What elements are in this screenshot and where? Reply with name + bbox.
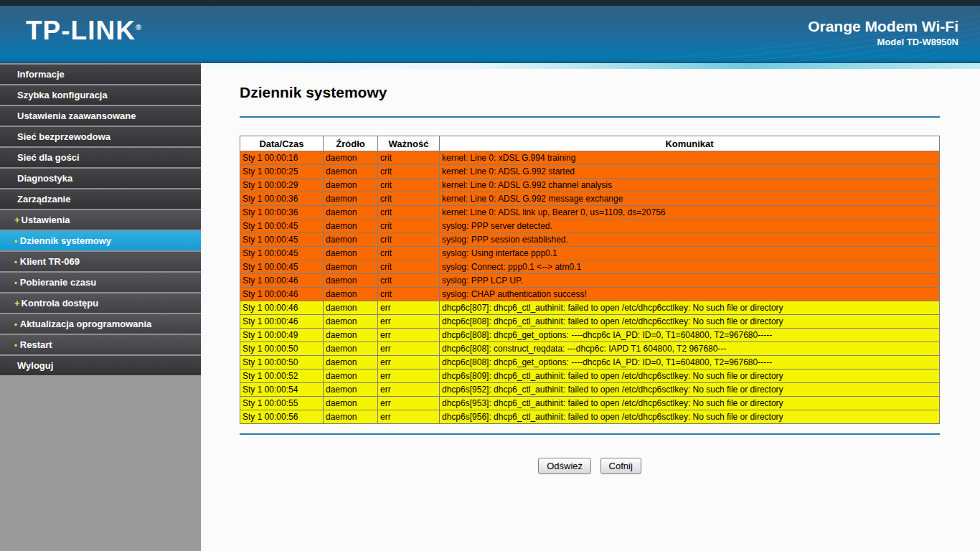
log-source-cell: daemon [324, 151, 378, 165]
divider-top [240, 116, 940, 118]
log-time-cell: Sty 1 00:00:56 [240, 410, 324, 424]
log-row: Sty 1 00:00:46daemonerrdhcp6c[808]: dhcp… [240, 315, 940, 329]
log-time-cell: Sty 1 00:00:46 [240, 288, 324, 301]
log-severity-cell: err [378, 329, 440, 342]
menu-bullet-icon: • [14, 258, 17, 266]
log-time-cell: Sty 1 00:00:46 [240, 274, 324, 288]
sidebar-item-label: Kontrola dostępu [22, 298, 99, 309]
log-row: Sty 1 00:00:16daemoncritkernel: Line 0: … [240, 151, 940, 165]
sidebar-filler [0, 375, 201, 551]
log-row: Sty 1 00:00:25daemoncritkernel: Line 0: … [240, 165, 940, 179]
sidebar-item-informacje[interactable]: Informacje [0, 63, 201, 84]
sidebar-item-ustawienia-zaawansowane[interactable]: Ustawienia zaawansowane [0, 105, 201, 126]
sidebar-item-kontrola-dost-pu[interactable]: + Kontrola dostępu [0, 292, 201, 313]
sidebar-item-aktualizacja-oprogramowania[interactable]: • Aktualizacja oprogramowania [0, 313, 201, 334]
log-time-cell: Sty 1 00:00:16 [240, 151, 324, 165]
log-row: Sty 1 00:00:45daemoncritsyslog: PPP serv… [240, 220, 940, 233]
log-severity-cell: err [378, 369, 440, 383]
log-severity-cell: err [378, 356, 440, 369]
device-brand: Orange Modem Wi-Fi Model TD-W8950N [808, 17, 958, 49]
sidebar-item-wyloguj[interactable]: Wyloguj [0, 354, 201, 375]
log-row: Sty 1 00:00:46daemoncritsyslog: CHAP aut… [240, 288, 940, 301]
log-severity-cell: crit [378, 288, 440, 301]
sidebar-item-label: Szybka konfiguracja [17, 90, 108, 100]
column-header-datetime: Data/Czas [240, 136, 324, 151]
log-row: Sty 1 00:00:46daemoncritsyslog: PPP LCP … [240, 274, 940, 288]
log-row: Sty 1 00:00:55daemonerrdhcp6s[953]: dhcp… [240, 397, 940, 410]
refresh-button[interactable]: Odśwież [538, 458, 591, 474]
column-header-message: Komunikat [440, 136, 940, 151]
sidebar-item-label: Sieć bezprzewodowa [17, 131, 110, 142]
log-time-cell: Sty 1 00:00:36 [240, 206, 324, 220]
log-time-cell: Sty 1 00:00:45 [240, 233, 324, 247]
log-time-cell: Sty 1 00:00:46 [240, 315, 324, 329]
sidebar-item-label: Ustawienia zaawansowane [17, 110, 136, 121]
log-message-cell: dhcp6c[807]: dhcp6_ctl_authinit: failed … [440, 301, 940, 315]
log-severity-cell: err [378, 301, 440, 315]
log-time-cell: Sty 1 00:00:45 [240, 247, 324, 260]
log-message-cell: syslog: CHAP authentication success! [440, 288, 940, 301]
sidebar-item-label: Diagnostyka [17, 173, 72, 184]
log-time-cell: Sty 1 00:00:45 [240, 260, 324, 274]
log-time-cell: Sty 1 00:00:49 [240, 329, 324, 342]
sidebar-item-szybka-konfiguracja[interactable]: Szybka konfiguracja [0, 84, 201, 105]
log-row: Sty 1 00:00:45daemoncritsyslog: PPP sess… [240, 233, 940, 247]
log-source-cell: daemon [324, 233, 378, 247]
sidebar-item-dziennik-systemowy[interactable]: • Dziennik systemowy [0, 230, 201, 250]
sidebar-item-label: Restart [20, 339, 52, 350]
log-time-cell: Sty 1 00:00:25 [240, 165, 324, 179]
sidebar-item-sie-bezprzewodowa[interactable]: Sieć bezprzewodowa [0, 126, 201, 146]
log-message-cell: dhcp6c[808]: dhcp6_get_options: ----dhcp… [440, 329, 940, 342]
log-source-cell: daemon [324, 274, 378, 288]
sidebar-item-label: Sieć dla gości [17, 152, 80, 163]
log-time-cell: Sty 1 00:00:50 [240, 342, 324, 356]
button-row: Odśwież Cofnij [240, 458, 940, 474]
menu-bullet-icon: • [14, 320, 17, 329]
log-source-cell: daemon [324, 301, 378, 315]
sidebar-menu: Informacje Szybka konfiguracja Ustawieni… [0, 63, 201, 551]
log-row: Sty 1 00:00:36daemoncritkernel: Line 0: … [240, 192, 940, 206]
log-severity-cell: err [378, 410, 440, 424]
log-source-cell: daemon [324, 397, 378, 410]
sidebar-item-diagnostyka[interactable]: Diagnostyka [0, 167, 201, 188]
system-log-table: Data/Czas Źródło Ważność Komunikat Sty 1… [240, 136, 940, 424]
log-time-cell: Sty 1 00:00:55 [240, 397, 324, 410]
log-source-cell: daemon [324, 192, 378, 206]
sidebar-item-sie-dla-go-ci[interactable]: Sieć dla gości [0, 146, 201, 167]
menu-bullet-icon: • [14, 341, 17, 349]
log-message-cell: syslog: Using interface ppp0.1 [440, 247, 940, 260]
log-row: Sty 1 00:00:29daemoncritkernel: Line 0: … [240, 179, 940, 192]
log-row: Sty 1 00:00:49daemonerrdhcp6c[808]: dhcp… [240, 329, 940, 342]
log-header-row: Data/Czas Źródło Ważność Komunikat [240, 136, 940, 151]
log-time-cell: Sty 1 00:00:52 [240, 369, 324, 383]
sidebar-item-zarz-dzanie[interactable]: Zarządzanie [0, 188, 201, 209]
log-severity-cell: crit [378, 220, 440, 233]
sidebar-item-label: Klient TR-069 [20, 256, 80, 267]
log-time-cell: Sty 1 00:00:50 [240, 356, 324, 369]
sidebar-item-label: Wyloguj [17, 360, 53, 371]
log-message-cell: dhcp6c[808]: construct_reqdata: ---dhcp6… [440, 342, 940, 356]
tplink-logo: TP-LINK® [26, 16, 142, 46]
log-time-cell: Sty 1 00:00:29 [240, 179, 324, 192]
log-source-cell: daemon [324, 383, 378, 397]
log-message-cell: syslog: PPP session established. [440, 233, 940, 247]
sidebar-item-label: Aktualizacja oprogramowania [20, 319, 152, 329]
log-severity-cell: err [378, 315, 440, 329]
back-button[interactable]: Cofnij [600, 458, 641, 474]
log-severity-cell: err [378, 342, 440, 356]
menu-bullet-icon: + [14, 215, 20, 225]
log-row: Sty 1 00:00:36daemoncritkernel: Line 0: … [240, 206, 940, 220]
log-row: Sty 1 00:00:46daemonerrdhcp6c[807]: dhcp… [240, 301, 940, 315]
log-source-cell: daemon [324, 410, 378, 424]
sidebar-item-pobieranie-czasu[interactable]: • Pobieranie czasu [0, 271, 201, 292]
log-severity-cell: err [378, 383, 440, 397]
sidebar-item-label: Pobieranie czasu [20, 277, 96, 288]
header-accent-strip [201, 63, 980, 69]
log-severity-cell: crit [378, 274, 440, 288]
log-message-cell: kernel: Line 0: xDSL G.994 training [440, 151, 940, 165]
sidebar-item-ustawienia[interactable]: + Ustawienia [0, 209, 201, 230]
sidebar-item-restart[interactable]: • Restart [0, 334, 201, 354]
log-message-cell: kernel: Line 0: ADSL G.992 started [440, 165, 940, 179]
sidebar-item-label: Zarządzanie [17, 194, 70, 204]
sidebar-item-klient-tr-069[interactable]: • Klient TR-069 [0, 250, 201, 271]
